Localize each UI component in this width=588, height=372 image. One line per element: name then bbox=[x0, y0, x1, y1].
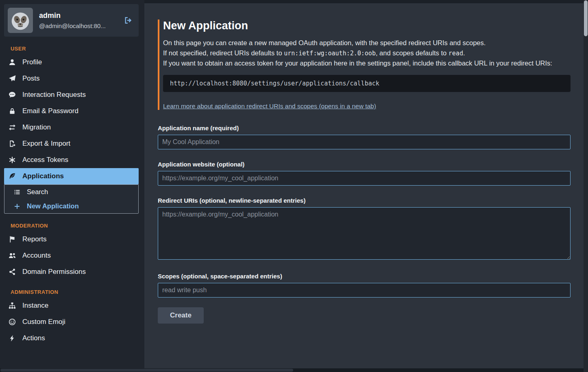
read-code: read bbox=[449, 50, 463, 57]
redirect-uris-field-group: Redirect URIs (optional, newline-separat… bbox=[158, 197, 571, 261]
sidebar-item-label: Migration bbox=[22, 123, 51, 131]
horizontal-scrollbar[interactable] bbox=[0, 368, 584, 372]
vertical-scrollbar-thumb[interactable] bbox=[584, 0, 588, 36]
sidebar-item-actions[interactable]: Actions bbox=[4, 330, 139, 346]
scopes-input[interactable] bbox=[158, 283, 571, 298]
user-icon bbox=[7, 59, 17, 66]
intro-line-3-text: If you want to obtain an access token fo… bbox=[163, 59, 552, 67]
sidebar-item-label: Export & Import bbox=[22, 140, 70, 148]
sidebar-item-label: Applications bbox=[22, 172, 64, 180]
sidebar-item-new-application[interactable]: New Application bbox=[4, 199, 138, 213]
new-application-page: New Application On this page you can cre… bbox=[158, 20, 571, 324]
logout-icon[interactable] bbox=[121, 14, 135, 26]
nav-user: Profile Posts Interaction Requests Email… bbox=[4, 54, 139, 214]
sidebar-item-access-tokens[interactable]: Access Tokens bbox=[4, 152, 139, 168]
application-website-field-group: Application website (optional) bbox=[158, 161, 571, 186]
feather-icon bbox=[7, 173, 17, 180]
sidebar-item-reports[interactable]: Reports bbox=[4, 231, 139, 247]
sidebar-item-label: New Application bbox=[27, 202, 79, 210]
page-title: New Application bbox=[163, 20, 571, 32]
sidebar-item-migration[interactable]: Migration bbox=[4, 119, 139, 136]
file-export-icon bbox=[7, 140, 17, 147]
sidebar-item-search[interactable]: Search bbox=[4, 185, 138, 199]
nav-administration: Instance Custom Emoji Actions bbox=[4, 298, 139, 346]
sidebar-item-label: Search bbox=[27, 188, 48, 196]
create-button[interactable]: Create bbox=[158, 307, 204, 324]
main-column: New Application On this page you can cre… bbox=[144, 0, 584, 372]
sidebar-item-label: Access Tokens bbox=[22, 156, 68, 164]
nav-moderation: Reports Accounts Domain Permissions bbox=[4, 231, 139, 280]
application-name-input[interactable] bbox=[158, 135, 571, 149]
sitemap-icon bbox=[7, 302, 17, 309]
scopes-field-group: Scopes (optional, space-separated entrie… bbox=[158, 273, 571, 298]
user-card[interactable]: admin @admin@localhost:80... bbox=[4, 4, 139, 37]
section-label-user: USER bbox=[11, 46, 139, 52]
vertical-scrollbar[interactable] bbox=[584, 0, 588, 372]
flag-icon bbox=[7, 236, 17, 243]
sidebar-item-interaction-requests[interactable]: Interaction Requests bbox=[4, 87, 139, 103]
sidebar-item-export-import[interactable]: Export & Import bbox=[4, 136, 139, 152]
learn-more-link[interactable]: Learn more about application redirect UR… bbox=[163, 103, 376, 110]
smile-icon bbox=[7, 318, 17, 326]
new-application-form: Application name (required) Application … bbox=[158, 125, 571, 324]
paper-plane-icon bbox=[7, 75, 17, 82]
app-root: admin @admin@localhost:80... USER Profil… bbox=[0, 0, 588, 372]
sidebar-item-label: Instance bbox=[22, 302, 48, 310]
share-nodes-icon bbox=[7, 268, 17, 276]
sidebar-item-label: Reports bbox=[22, 235, 47, 243]
bolt-icon bbox=[7, 335, 17, 342]
intro-line-1: On this page you can create a new manage… bbox=[163, 38, 571, 48]
sidebar-item-custom-emoji[interactable]: Custom Emoji bbox=[4, 314, 139, 330]
plus-icon bbox=[13, 203, 22, 210]
intro-line-3: If you want to obtain an access token fo… bbox=[163, 58, 571, 68]
application-name-field-group: Application name (required) bbox=[158, 125, 571, 149]
horizontal-scrollbar-thumb[interactable] bbox=[0, 369, 293, 372]
username: admin bbox=[39, 11, 115, 20]
intro-line-2-pre: If not specified, redirect URIs defaults… bbox=[163, 49, 284, 57]
scopes-label: Scopes (optional, space-separated entrie… bbox=[158, 273, 571, 280]
intro-line-1-text: On this page you can create a new manage… bbox=[163, 39, 486, 46]
user-info: admin @admin@localhost:80... bbox=[39, 11, 115, 29]
section-label-moderation: MODERATION bbox=[11, 223, 139, 229]
section-label-administration: ADMINISTRATION bbox=[11, 289, 139, 295]
sidebar-item-label: Custom Emoji bbox=[22, 318, 65, 326]
lock-icon bbox=[7, 107, 17, 115]
sidebar-item-applications[interactable]: Applications bbox=[4, 168, 139, 184]
main-panel: New Application On this page you can cre… bbox=[144, 3, 584, 368]
intro-text: On this page you can create a new manage… bbox=[163, 38, 571, 68]
sidebar-item-instance[interactable]: Instance bbox=[4, 298, 139, 314]
application-name-label: Application name (required) bbox=[158, 125, 571, 131]
application-website-input[interactable] bbox=[158, 171, 571, 186]
intro-line-2: If not specified, redirect URIs defaults… bbox=[163, 48, 571, 59]
info-block: New Application On this page you can cre… bbox=[158, 20, 571, 110]
arrows-left-right-icon bbox=[7, 124, 17, 131]
user-handle: @admin@localhost:80... bbox=[39, 22, 115, 29]
redirect-uris-textarea[interactable] bbox=[158, 207, 571, 260]
intro-line-2-post: . bbox=[463, 49, 465, 57]
sidebar-item-profile[interactable]: Profile bbox=[4, 54, 139, 70]
users-icon bbox=[7, 252, 17, 259]
sidebar-item-label: Actions bbox=[22, 334, 45, 342]
list-icon bbox=[13, 189, 22, 195]
avatar bbox=[8, 8, 33, 33]
sidebar-item-label: Accounts bbox=[22, 252, 51, 260]
sidebar-item-domain-permissions[interactable]: Domain Permissions bbox=[4, 264, 139, 280]
sidebar-item-label: Posts bbox=[22, 74, 40, 83]
oob-code: urn:ietf:wg:oauth:2.0:oob bbox=[284, 50, 376, 57]
redirect-uris-label: Redirect URIs (optional, newline-separat… bbox=[158, 197, 571, 204]
sidebar-item-email-password[interactable]: Email & Password bbox=[4, 103, 139, 119]
intro-line-2-mid: , and scopes defaults to bbox=[376, 49, 449, 57]
sidebar-item-accounts[interactable]: Accounts bbox=[4, 247, 139, 264]
sidebar-item-label: Domain Permissions bbox=[22, 268, 86, 276]
comment-dots-icon bbox=[7, 91, 17, 98]
application-website-label: Application website (optional) bbox=[158, 161, 571, 168]
sidebar-item-posts[interactable]: Posts bbox=[4, 70, 139, 87]
applications-submenu: Search New Application bbox=[4, 184, 139, 214]
sidebar-item-label: Email & Password bbox=[22, 107, 78, 115]
sidebar: admin @admin@localhost:80... USER Profil… bbox=[0, 0, 144, 372]
asterisk-icon bbox=[7, 156, 17, 164]
sidebar-item-label: Profile bbox=[22, 58, 42, 66]
callback-url-code-block[interactable]: http://localhost:8080/settings/user/appl… bbox=[163, 75, 571, 92]
sidebar-item-label: Interaction Requests bbox=[22, 91, 86, 99]
